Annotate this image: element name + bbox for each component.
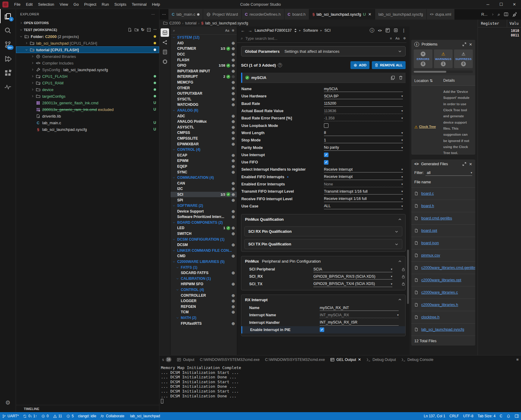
field-parity-mode[interactable]: No parity▾	[324, 145, 403, 151]
sci-tx-qualification[interactable]: SCI TX Pin Qualification	[244, 239, 402, 249]
swap-device-icon[interactable]	[294, 29, 297, 32]
tab-dupa-xml[interactable]: <>dupa.xml	[427, 9, 455, 20]
field-interrupt-name[interactable]: INT_mySCIA_RX▾	[320, 312, 399, 318]
add-module-icon[interactable]: ⊕	[231, 187, 235, 191]
field-sci-rx[interactable]: GPIO28_BP/SCIA_RX/3 (SCIA XDS)▾	[313, 273, 392, 279]
field-transmit-fifo-interrupt-level[interactable]: Transmit interrupt 1/16 full▾	[324, 188, 403, 194]
search-icon[interactable]: ⌕	[498, 12, 500, 17]
generated-file-row[interactable]: board.json	[411, 237, 475, 249]
add-module-icon[interactable]: ⊕	[231, 52, 235, 56]
register-column[interactable]: Register	[478, 21, 507, 26]
add-module-icon[interactable]: ⊕	[231, 41, 235, 45]
chevron-right-icon[interactable]	[30, 75, 35, 78]
add-module-icon[interactable]: ⊕	[231, 209, 235, 213]
pinmux-qualification-header[interactable]: PinMux Qualification	[241, 214, 405, 224]
tree-row[interactable]: Generated Binaries	[16, 53, 159, 60]
file-link[interactable]: c2000ware_libraries.cmd.genlibs	[421, 266, 475, 270]
forward-icon[interactable]: →	[248, 28, 252, 33]
add-module-icon[interactable]: ⊕	[231, 159, 235, 163]
new-folder-icon[interactable]	[134, 27, 139, 32]
status-0[interactable]: 0	[39, 412, 51, 420]
field-enabled-fifo-interrupts[interactable]: Receive Interrupt▾	[324, 174, 403, 180]
add-module-icon[interactable]: ⊕	[231, 164, 235, 169]
device-view-icon[interactable]	[394, 28, 398, 33]
main-scrollbar[interactable]	[406, 27, 410, 412]
settings-gear-icon[interactable]: ⚙	[0, 396, 16, 410]
module-category[interactable]: CALIBRATION (1)	[171, 276, 237, 282]
field-word-length[interactable]: 8▾	[324, 130, 403, 136]
add-module-icon[interactable]: ⊕	[231, 226, 235, 230]
panel-menu-icon[interactable]: ≡	[516, 357, 519, 362]
menu-edit[interactable]: Edit	[23, 0, 35, 9]
match-case-icon[interactable]: Aa	[225, 29, 229, 32]
module-category[interactable]: LINKER COMMAND FILE CON...	[171, 248, 237, 254]
chevron-right-icon[interactable]	[30, 88, 35, 91]
menu-scripts[interactable]: Scripts	[111, 0, 129, 9]
field-actual-baud-rate-value[interactable]: 113636▾	[324, 108, 403, 114]
field-name[interactable]: mySCIA_RX_INT	[320, 305, 399, 311]
module-memcfg[interactable]: MEMCFG⊕	[171, 80, 237, 85]
back-icon[interactable]: ←	[241, 28, 245, 33]
tree-row[interactable]: tutorial [CPU1_FLASH]	[16, 46, 159, 53]
module-aio[interactable]: AIO⊕	[171, 40, 237, 46]
tab-lab-sci-launchpad-syscfg[interactable]: lab_sci_launchpad.syscfg	[375, 9, 427, 20]
module-sync[interactable]: SYNC⊕	[171, 169, 237, 175]
chevron-right-icon[interactable]	[30, 62, 35, 65]
status-clangd-idle[interactable]: clangd: idle	[76, 412, 99, 420]
module-sci[interactable]: SCI1/3✓⊕	[171, 192, 237, 197]
copy-icon[interactable]	[391, 76, 395, 80]
file-link[interactable]: board.c	[421, 191, 434, 196]
generated-file-row[interactable]: board.cmd.genlibs	[411, 212, 475, 225]
add-module-icon[interactable]: ⊕	[231, 293, 235, 298]
module-cmpsslite[interactable]: CMPSSLITE⊕	[171, 136, 237, 141]
chevron-right-icon[interactable]	[491, 13, 494, 16]
field-select-interrupt-handlers-to-register[interactable]: Receive Interrupt▾	[324, 166, 403, 172]
filter-dropdown[interactable]: all▾	[425, 170, 472, 176]
tree-row[interactable]: lab_sci_launchpad [CPU1_FLASH]	[16, 40, 159, 46]
checkbox[interactable]	[324, 123, 328, 128]
bottom-tab-c-windows-system32-cmd-exe[interactable]: C:\WINDOWS\SYSTEM32\cmd.exe	[262, 355, 328, 364]
module-category[interactable]: C2000WARE LIBRARIES (5)	[171, 259, 237, 265]
rx-interrupt-header[interactable]: RX Interrupt	[241, 295, 405, 304]
close-icon[interactable]: ✕	[469, 162, 472, 166]
file-link[interactable]: c2000ware_libraries.h	[421, 303, 458, 307]
add-module-icon[interactable]: ⊕	[231, 46, 235, 51]
split-editor-icon[interactable]	[504, 12, 508, 17]
checkbox[interactable]: ✓	[320, 327, 324, 332]
bottom-tab-output[interactable]: Output	[174, 355, 197, 364]
module-dcsm[interactable]: DCSM⊕	[171, 242, 237, 248]
module-software-prioritized-interr-[interactable]: Software Prioritized Interr...⊕	[171, 214, 237, 220]
generated-file-row[interactable]: c2000ware_libraries.h	[411, 299, 475, 311]
checkbox[interactable]: ✓	[324, 160, 328, 165]
config-search[interactable]: ⌕ Type search text... ≡Aa✲	[237, 34, 410, 43]
filter-icon[interactable]: ≡	[390, 36, 392, 40]
status-0-1-[interactable]: 0↓ 1↑	[21, 412, 39, 420]
file-link[interactable]: board.opt	[421, 229, 437, 233]
add-module-icon[interactable]: ⊕	[231, 74, 235, 79]
chevron-right-icon[interactable]	[30, 55, 35, 58]
status-11[interactable]: 11	[51, 412, 64, 420]
chip-suppress[interactable]: ⚠SUPPRESS0	[454, 49, 473, 68]
module-epwm[interactable]: EPWM⊕	[171, 158, 237, 164]
activity-explorer[interactable]: 1	[0, 9, 16, 23]
location-column[interactable]: Location ⇅	[414, 78, 443, 83]
refresh-icon[interactable]: ↻	[141, 27, 144, 32]
tree-row[interactable]: Folder: C2000 (2 projects)	[16, 33, 159, 40]
bottom-tab-c-windows-system32-cmd-exe[interactable]: C:\WINDOWS\SYSTEM32\cmd.exe	[197, 355, 262, 364]
add-module-icon[interactable]: ⊕	[231, 91, 235, 96]
add-module-icon[interactable]: ⊕	[231, 271, 235, 275]
bottom-tab-s[interactable]: s16	[159, 355, 174, 364]
add-module-icon[interactable]: ⊕	[231, 125, 235, 129]
crumb-c2000[interactable]: C2000	[169, 21, 180, 25]
module-fpufastrts[interactable]: FPUfastRTS⊕	[171, 321, 237, 326]
activity-monitor[interactable]	[0, 80, 16, 94]
generated-file-row[interactable]: c2000ware_libraries.opt	[411, 274, 475, 286]
generated-file-row[interactable]: c2000ware_libraries.cmd.genlibs	[411, 262, 475, 274]
add-module-icon[interactable]: ⊕	[231, 86, 235, 90]
global-parameters-bar[interactable]: Global Parameters Settings that affect a…	[241, 46, 406, 56]
module-category[interactable]: COMMUNICATION (4)	[171, 175, 237, 181]
chevron-right-icon[interactable]	[30, 95, 35, 98]
add-module-icon[interactable]: ⊕	[231, 97, 235, 101]
expand-icon[interactable]	[463, 42, 466, 47]
module-sysctl[interactable]: SYSCTL⊕	[171, 96, 237, 102]
